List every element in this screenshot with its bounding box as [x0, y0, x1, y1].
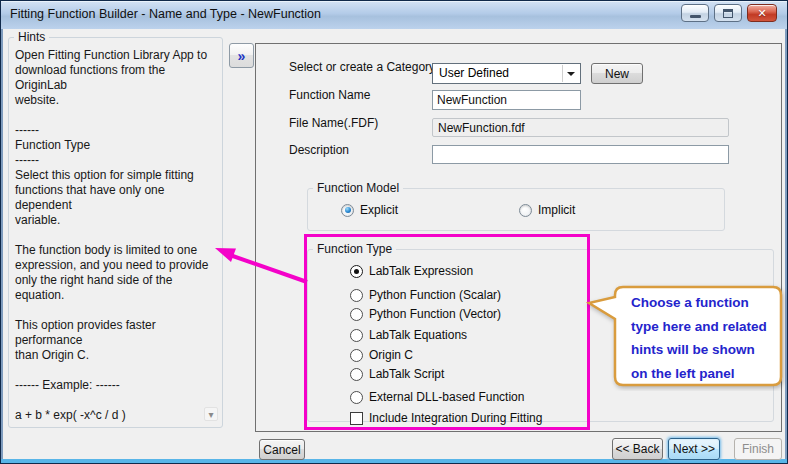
radio-explicit-control[interactable]: [341, 204, 354, 217]
title-bar: Fitting Function Builder - Name and Type…: [1, 1, 787, 29]
cancel-button[interactable]: Cancel: [259, 439, 305, 460]
radio-external-dll-control[interactable]: [350, 391, 363, 404]
description-input[interactable]: [432, 145, 729, 164]
radio-labtalk-expression-control[interactable]: [350, 265, 363, 278]
radio-labtalk-expression[interactable]: LabTalk Expression: [350, 264, 473, 278]
function-model-label: Function Model: [313, 181, 403, 195]
file-name-field: NewFunction.fdf: [432, 118, 729, 137]
hints-panel: Hints Open Fitting Function Library App …: [8, 37, 223, 428]
expand-hints-button[interactable]: »: [229, 43, 254, 68]
window-title: Fitting Function Builder - Name and Type…: [10, 7, 321, 21]
main-panel: Select or create a Category User Defined…: [255, 43, 782, 432]
radio-python-scalar[interactable]: Python Function (Scalar): [350, 288, 501, 302]
function-model-group: Function Model Explicit Implicit: [307, 188, 725, 231]
description-label: Description: [289, 143, 349, 157]
include-integration-checkbox[interactable]: [350, 412, 363, 425]
hints-panel-title: Hints: [14, 30, 49, 44]
next-button[interactable]: Next >>: [668, 438, 720, 460]
close-button[interactable]: ✕: [747, 4, 777, 22]
back-button[interactable]: << Back: [612, 438, 663, 460]
radio-labtalk-script[interactable]: LabTalk Script: [350, 367, 444, 381]
radio-labtalk-script-control[interactable]: [350, 368, 363, 381]
radio-origin-c[interactable]: Origin C: [350, 348, 413, 362]
scroll-down-icon[interactable]: ▾: [204, 407, 218, 421]
maximize-icon: [723, 9, 733, 18]
function-name-label: Function Name: [289, 88, 370, 102]
new-category-button[interactable]: New: [591, 63, 643, 84]
chevron-double-right-icon: »: [238, 49, 246, 63]
radio-implicit-control[interactable]: [519, 204, 532, 217]
category-combobox[interactable]: User Defined: [432, 63, 581, 84]
hints-text: Open Fitting Function Library App to dow…: [15, 48, 217, 423]
minimize-button[interactable]: [681, 4, 709, 22]
fitting-function-builder-dialog: Fitting Function Builder - Name and Type…: [0, 0, 788, 464]
radio-python-vector[interactable]: Python Function (Vector): [350, 307, 501, 321]
category-value: User Defined: [439, 64, 509, 83]
close-icon: ✕: [757, 8, 766, 19]
function-type-label: Function Type: [313, 242, 396, 256]
radio-explicit[interactable]: Explicit: [341, 203, 398, 217]
radio-labtalk-equations[interactable]: LabTalk Equations: [350, 328, 467, 342]
radio-implicit[interactable]: Implicit: [519, 203, 575, 217]
function-type-group: Function Type LabTalk Expression Python …: [307, 249, 774, 422]
include-integration-checkbox-row[interactable]: Include Integration During Fitting: [350, 411, 542, 425]
window-controls: ✕: [681, 4, 777, 22]
function-name-input[interactable]: [432, 90, 581, 110]
combo-arrow-area[interactable]: [562, 65, 579, 82]
radio-python-scalar-control[interactable]: [350, 289, 363, 302]
maximize-button[interactable]: [714, 4, 742, 22]
file-name-label: File Name(.FDF): [289, 116, 378, 130]
radio-origin-c-control[interactable]: [350, 349, 363, 362]
dropdown-arrow-icon: [567, 72, 575, 76]
radio-python-vector-control[interactable]: [350, 308, 363, 321]
category-label: Select or create a Category: [289, 60, 435, 74]
radio-labtalk-equations-control[interactable]: [350, 329, 363, 342]
minimize-icon: [690, 15, 701, 18]
finish-button[interactable]: Finish: [734, 438, 782, 460]
radio-external-dll[interactable]: External DLL-based Function: [350, 390, 524, 404]
